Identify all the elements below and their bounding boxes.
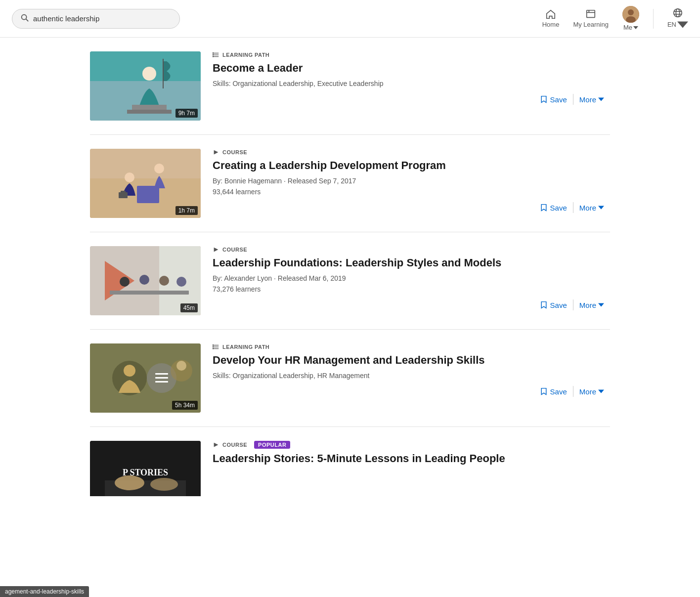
svg-rect-29 [119, 192, 128, 198]
svg-point-40 [176, 277, 186, 287]
save-button[interactable]: Save [534, 385, 573, 398]
svg-marker-62 [214, 443, 219, 447]
svg-point-37 [120, 277, 130, 287]
result-item: 1h 7m COURSE Creating a Leadership Devel… [90, 135, 610, 232]
course-icon [213, 149, 219, 156]
svg-point-27 [125, 172, 134, 182]
svg-rect-26 [137, 186, 159, 203]
save-button[interactable]: Save [534, 93, 573, 106]
save-button[interactable]: Save [534, 299, 573, 311]
result-item: P STORIES COURSE POPULAR Leadership Stor… [90, 427, 610, 496]
more-button[interactable]: More [573, 385, 610, 398]
learning-path-icon [213, 343, 219, 350]
item-title[interactable]: Develop Your HR Management and Leadershi… [213, 353, 610, 368]
item-author-date: By: Alexander Lyon · Released Mar 6, 201… [213, 274, 610, 282]
more-chevron-icon [598, 388, 604, 394]
result-thumbnail[interactable]: 1h 7m [90, 149, 201, 218]
my-learning-label: My Learning [573, 21, 609, 28]
result-thumbnail[interactable]: 9h 7m [90, 51, 201, 121]
duration-badge: 5h 34m [172, 401, 198, 410]
me-label-text: Me [623, 24, 632, 31]
item-type-label: LEARNING PATH [213, 51, 610, 58]
more-button[interactable]: More [573, 93, 610, 106]
item-actions: Save More [213, 299, 610, 311]
item-title[interactable]: Creating a Leadership Development Progra… [213, 159, 610, 173]
search-icon [20, 13, 29, 24]
svg-point-8 [674, 8, 682, 17]
nav-home[interactable]: Home [542, 9, 560, 28]
result-thumbnail[interactable]: P STORIES [90, 441, 201, 496]
svg-rect-47 [155, 377, 168, 379]
result-content: COURSE POPULAR Leadership Stories: 5-Min… [213, 441, 610, 470]
item-title[interactable]: Leadership Foundations: Leadership Style… [213, 256, 610, 270]
svg-point-39 [159, 276, 169, 286]
more-chevron-icon [598, 302, 604, 308]
item-title[interactable]: Leadership Stories: 5-Minute Lessons in … [213, 452, 610, 466]
svg-line-1 [26, 19, 29, 21]
course-icon [213, 441, 219, 448]
item-skills: Skills: Organizational Leadership, Execu… [213, 80, 610, 87]
svg-rect-22 [213, 54, 213, 55]
svg-rect-17 [127, 110, 172, 114]
nav-my-learning[interactable]: My Learning [573, 9, 609, 28]
svg-point-9 [676, 8, 679, 17]
item-actions: Save More [213, 93, 610, 106]
bookmark-icon [540, 301, 548, 309]
svg-rect-46 [155, 373, 168, 375]
bookmark-icon [540, 387, 548, 395]
save-button[interactable]: Save [534, 202, 573, 214]
result-item: 5h 34m LEARNING PATH Develop Your HR Man… [90, 330, 610, 427]
nav-language[interactable]: EN [667, 7, 688, 30]
svg-rect-23 [213, 56, 213, 57]
item-skills: Skills: Organizational Leadership, HR Ma… [213, 372, 610, 380]
result-content: COURSE Creating a Leadership Development… [213, 149, 610, 214]
bookmark-icon [540, 204, 548, 212]
search-input[interactable] [33, 14, 172, 23]
popular-badge: POPULAR [254, 441, 290, 449]
chevron-down-icon [633, 26, 638, 29]
item-type-label: COURSE POPULAR [213, 441, 610, 449]
svg-rect-30 [121, 191, 126, 193]
search-results: 9h 7m LEARNING PATH Become a Leader Skil… [78, 38, 622, 496]
more-button[interactable]: More [573, 299, 610, 311]
item-learners: 93,644 learners [213, 188, 610, 196]
svg-marker-41 [214, 248, 219, 252]
avatar [622, 6, 639, 23]
bookmark-icon [540, 95, 548, 103]
svg-point-44 [124, 365, 135, 377]
svg-point-6 [628, 9, 634, 15]
top-nav: Home My Learning Me [542, 6, 688, 31]
item-actions: Save More [213, 202, 610, 214]
svg-point-38 [139, 275, 149, 285]
result-thumbnail[interactable]: 45m [90, 246, 201, 315]
duration-badge: 45m [180, 303, 198, 312]
svg-marker-31 [214, 150, 219, 155]
home-label: Home [542, 21, 560, 28]
nav-me[interactable]: Me [622, 6, 639, 31]
more-chevron-icon [598, 96, 604, 102]
search-bar[interactable] [12, 9, 180, 29]
svg-point-59 [115, 475, 144, 490]
duration-badge: 1h 7m [175, 206, 198, 215]
nav-divider [653, 9, 654, 29]
more-button[interactable]: More [573, 202, 610, 214]
item-author-date: By: Bonnie Hagemann · Released Sep 7, 20… [213, 177, 610, 185]
result-item: 45m COURSE Leadership Foundations: Leade… [90, 232, 610, 330]
svg-rect-36 [110, 291, 189, 295]
item-type-label: LEARNING PATH [213, 343, 610, 350]
svg-rect-56 [213, 348, 213, 349]
svg-rect-16 [132, 105, 167, 110]
svg-text:P STORIES: P STORIES [123, 468, 168, 477]
result-content: LEARNING PATH Develop Your HR Management… [213, 343, 610, 398]
item-title[interactable]: Become a Leader [213, 61, 610, 76]
svg-point-60 [150, 478, 178, 491]
svg-point-50 [176, 361, 186, 371]
duration-badge: 9h 7m [175, 109, 198, 118]
result-thumbnail[interactable]: 5h 34m [90, 343, 201, 413]
result-item: 9h 7m LEARNING PATH Become a Leader Skil… [90, 38, 610, 135]
item-type-label: COURSE [213, 246, 610, 253]
item-type-label: COURSE [213, 149, 610, 156]
svg-rect-54 [213, 345, 213, 345]
result-content: COURSE Leadership Foundations: Leadershi… [213, 246, 610, 311]
lang-chevron-icon [677, 19, 688, 30]
